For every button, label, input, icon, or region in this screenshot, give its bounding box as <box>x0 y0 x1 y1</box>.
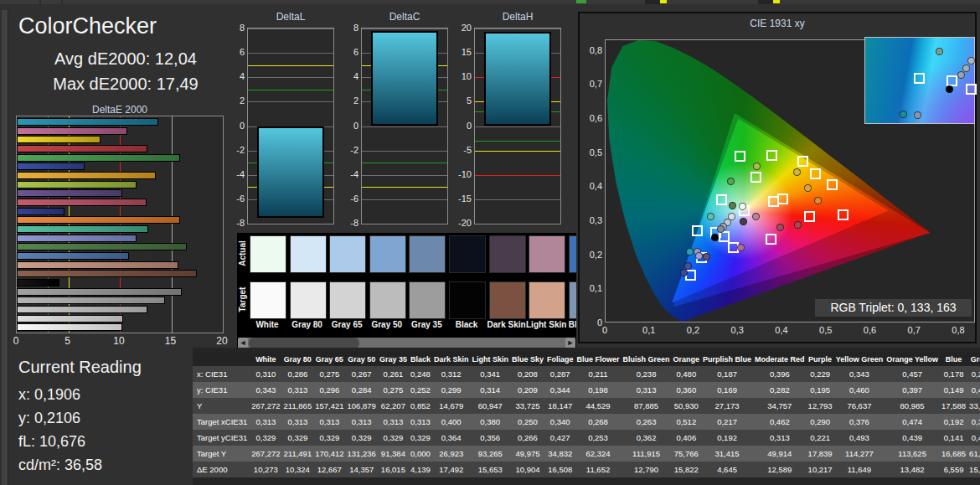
table-cell: 0,852 <box>409 398 432 414</box>
table-cell: 0,267 <box>346 366 378 382</box>
rgb-triplet-readout: RGB Triplet: 0, 133, 163 <box>815 299 972 317</box>
table-cell: 0,343 <box>834 366 885 382</box>
table-col-header: Orange <box>672 352 702 366</box>
table-cell: 0,178 <box>940 366 967 382</box>
table-col-header: Gray 65 <box>313 352 345 366</box>
tab-segment <box>63 0 980 4</box>
table-cell: 10,273 <box>250 462 281 477</box>
de-bar-purplish-blue <box>17 208 64 215</box>
inset-measured-point <box>936 48 943 55</box>
cie-y-tick-label: 0,7 <box>584 79 602 89</box>
table-row: Target yCIE310,3290,3290,3290,3290,3290,… <box>193 430 980 446</box>
gridline <box>172 116 173 333</box>
table-cell: 0,275 <box>378 382 409 398</box>
inset-target-square <box>914 73 925 84</box>
table-cell: 131,236 <box>346 446 378 462</box>
table-cell: 0,364 <box>432 430 471 446</box>
table-row-header: Y <box>193 398 250 414</box>
cie-target-square-moderate-red <box>804 211 815 222</box>
de-bar-orange-yellow <box>17 172 156 179</box>
gridline <box>362 126 447 127</box>
target-swatch-gray-65 <box>329 281 366 319</box>
deltah-bar <box>484 32 551 126</box>
deltac-tick-label: -6 <box>338 193 358 204</box>
table-row-header: y: CIE31 <box>193 382 250 398</box>
table-cell: 0,296 <box>313 382 345 398</box>
deltac-tick-label: -2 <box>338 145 358 155</box>
table-cell: 0,356 <box>470 430 510 446</box>
de-bar-yellow <box>17 136 101 143</box>
cie-measured-point-green <box>727 178 735 185</box>
deltah-tick-label: 5 <box>451 95 472 106</box>
table-cell: 91,384 <box>378 446 409 462</box>
table-cell: 0,457 <box>885 366 940 382</box>
table-col-header: Black <box>409 352 432 366</box>
de-x-tick-label: 10 <box>106 335 132 347</box>
table-cell: 267,272 <box>250 398 281 414</box>
cie-target-square-orange <box>827 179 838 190</box>
actual-row-label: Actual <box>238 237 247 271</box>
cie-measured-point-bluish-green <box>707 213 714 220</box>
target-swatch-white <box>250 281 286 319</box>
current-reading-x: x: 0,1906 <box>18 386 80 404</box>
table-row-header: x: CIE31 <box>193 366 250 382</box>
cie-zoom-inset <box>864 37 975 124</box>
tab-marker-yellow <box>660 0 667 3</box>
deltal-tick-label: -4 <box>224 169 245 179</box>
table-cell: 18,147 <box>545 398 575 414</box>
deltah-tick-label: 15 <box>451 47 472 57</box>
deltah-tick-label: 0 <box>451 121 472 131</box>
table-cell: 0,512 <box>672 414 702 430</box>
table-cell: 0,250 <box>510 414 545 430</box>
table-cell: 61,401 <box>967 446 980 462</box>
table-cell: 0,400 <box>432 414 471 430</box>
table-cell: 0,376 <box>834 414 885 430</box>
deltah-chart-title: DeltaH <box>474 11 561 23</box>
table-cell: 0,305 <box>967 414 980 430</box>
table-cell: 62,207 <box>378 398 409 414</box>
cie-target-square-orange-yellow <box>810 168 821 179</box>
table-cell: 0,209 <box>510 382 545 398</box>
cie-x-tick-label: 0,4 <box>769 325 794 335</box>
table-cell: 0,341 <box>470 366 510 382</box>
table-row-header: Target yCIE31 <box>193 430 250 446</box>
table-cell: 0,195 <box>807 382 834 398</box>
table-cell: 50,930 <box>672 398 702 414</box>
measurement-table: WhiteGray 80Gray 65Gray 50Gray 35BlackDa… <box>193 352 980 477</box>
cie-target-square-bluish-green <box>716 194 727 205</box>
de-x-tick-label: 20 <box>209 335 235 347</box>
inset-target-square <box>966 84 977 95</box>
de-bar-blue-sky <box>17 252 129 260</box>
table-cell: 0,284 <box>346 382 378 398</box>
table-col-header: Gray 35 <box>378 352 409 366</box>
table-cell: 14,679 <box>432 398 471 414</box>
cie-y-tick-label: 0,6 <box>584 113 602 123</box>
deltal-tick-label: -2 <box>224 145 245 155</box>
de-bar-red <box>17 145 147 152</box>
de-bar-magenta <box>17 127 127 135</box>
cie-target-square-red <box>838 209 848 220</box>
table-cell: 11,652 <box>575 462 622 477</box>
cie-target-square-light-skin <box>768 196 779 207</box>
table-cell: 0,493 <box>834 430 885 446</box>
de-bar-black <box>17 279 59 286</box>
table-col-header: White <box>250 352 281 366</box>
inset-target-square <box>946 75 957 86</box>
table-cell: 0,329 <box>346 430 378 446</box>
current-reading-y: y: 0,2106 <box>18 410 80 427</box>
deltah-tick-label: -20 <box>451 218 472 228</box>
current-reading-cdm2: cd/m²: 36,58 <box>18 457 102 474</box>
de-bar-blue-flower <box>17 235 137 242</box>
table-cell: 4,139 <box>409 462 432 477</box>
cie-y-tick-label: 0,5 <box>584 147 602 157</box>
table-cell: 0,313 <box>313 414 345 430</box>
gridline <box>362 175 447 176</box>
table-col-header: Gray 50 <box>346 352 378 366</box>
table-cell: 10,904 <box>510 462 545 477</box>
actual-swatch-gray-35 <box>409 235 446 273</box>
tab-marker-green <box>576 0 586 3</box>
table-cell: 0,462 <box>753 414 807 430</box>
deltah-tick-label: -10 <box>451 169 472 179</box>
table-cell: 0,416 <box>967 382 980 398</box>
target-swatch-blue-sky <box>569 281 576 319</box>
